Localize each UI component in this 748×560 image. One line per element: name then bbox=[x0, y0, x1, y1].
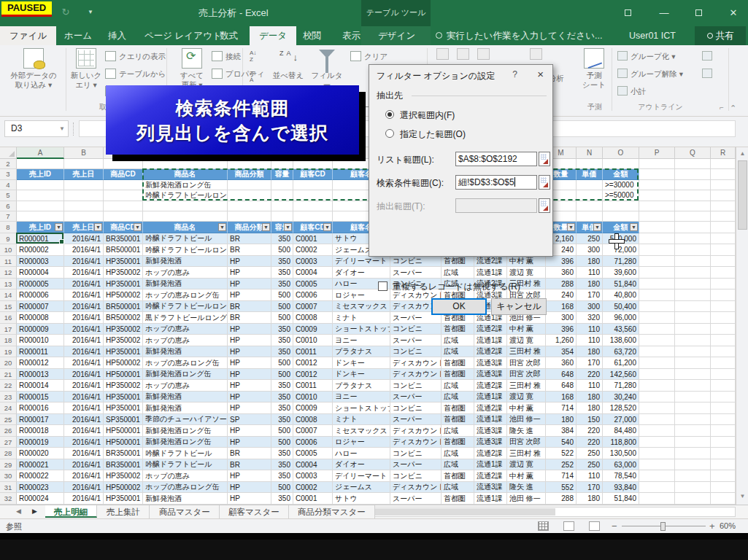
zoom-level[interactable]: 60% bbox=[720, 521, 736, 530]
sheet-tab-売上集計[interactable]: 売上集計 bbox=[98, 505, 150, 518]
cell-G12[interactable]: C0004 bbox=[293, 267, 333, 279]
row-header-14[interactable]: 14 bbox=[0, 289, 17, 301]
cell-M25[interactable]: 180 bbox=[546, 414, 577, 426]
cell-M27[interactable]: 540 bbox=[546, 437, 577, 448]
cell-B21[interactable]: 2016/4/1 bbox=[64, 369, 104, 381]
column-header-P[interactable]: P bbox=[639, 147, 675, 159]
cell-M31[interactable]: 552 bbox=[546, 482, 577, 494]
cell-N7[interactable] bbox=[577, 211, 603, 222]
filter-dropdown-icon[interactable]: ▼ bbox=[284, 223, 292, 231]
cell-F14[interactable]: 500 bbox=[271, 289, 293, 301]
cell-G14[interactable]: C0006 bbox=[293, 289, 333, 301]
filter-dropdown-icon[interactable]: ▼ bbox=[593, 223, 601, 231]
tab-数式[interactable]: 数式 bbox=[210, 26, 247, 45]
normal-view-icon[interactable] bbox=[538, 521, 549, 531]
cell-L27[interactable]: 田宮 次郎 bbox=[507, 437, 546, 448]
radio-copy-to-range-label[interactable]: 指定した範囲(O) bbox=[400, 128, 466, 141]
cell-R17[interactable] bbox=[711, 324, 736, 335]
filter-dropdown-icon[interactable]: ▼ bbox=[262, 223, 270, 231]
cell-H15[interactable]: ミセスマックス bbox=[333, 301, 390, 313]
cell-N26[interactable]: 220 bbox=[577, 425, 603, 437]
column-header-A[interactable]: A bbox=[17, 147, 64, 159]
cell-N24[interactable]: 180 bbox=[577, 402, 603, 414]
cell-O27[interactable]: 118,800 bbox=[603, 437, 639, 448]
cell-N27[interactable]: 220 bbox=[577, 437, 603, 448]
cell-R14[interactable] bbox=[711, 289, 736, 301]
cell-G21[interactable]: C0012 bbox=[293, 369, 333, 381]
tab-校閲[interactable]: 校閲 bbox=[293, 26, 331, 45]
cell-B20[interactable]: 2016/4/1 bbox=[64, 357, 104, 369]
cell-L11[interactable]: 中村 薫 bbox=[507, 256, 546, 268]
cell-D7[interactable] bbox=[143, 211, 228, 222]
cell-A13[interactable]: R000005 bbox=[17, 279, 64, 290]
filter-button[interactable]: フィルター bbox=[309, 47, 344, 90]
show-detail-button[interactable] bbox=[702, 48, 715, 64]
cell-E28[interactable]: BR bbox=[228, 448, 271, 459]
cell-I32[interactable]: スーパー bbox=[390, 493, 442, 505]
cell-Q16[interactable] bbox=[675, 312, 711, 324]
unique-records-label[interactable]: 重複するレコードは無視する(R) bbox=[393, 281, 520, 293]
cell-B14[interactable]: 2016/4/1 bbox=[64, 289, 104, 301]
cell-J29[interactable]: 広域 bbox=[442, 459, 474, 471]
cell-H20[interactable]: ドンキー bbox=[333, 357, 390, 369]
filter-dropdown-icon[interactable]: ▼ bbox=[55, 223, 63, 231]
cell-F28[interactable]: 350 bbox=[271, 448, 293, 459]
cell-K20[interactable]: 流通3課 bbox=[474, 357, 507, 369]
cell-B12[interactable]: 2016/4/1 bbox=[64, 267, 104, 279]
cell-I21[interactable]: ディスカウント bbox=[390, 369, 442, 381]
column-header-N[interactable]: N bbox=[577, 147, 603, 159]
cell-C31[interactable]: HP500002 bbox=[104, 482, 143, 494]
cell-A11[interactable]: R000003 bbox=[17, 256, 64, 268]
cell-G7[interactable] bbox=[293, 211, 333, 222]
cell-P23[interactable] bbox=[639, 392, 675, 403]
cell-R8[interactable] bbox=[711, 222, 736, 233]
cell-B28[interactable]: 2016/4/1 bbox=[64, 448, 104, 459]
cell-M16[interactable]: 300 bbox=[546, 312, 577, 324]
cell-O17[interactable]: 43,560 bbox=[603, 324, 639, 335]
cell-B8[interactable]: 売上日▼ bbox=[64, 222, 104, 233]
cell-A4[interactable] bbox=[17, 180, 64, 190]
cell-G15[interactable]: C0007 bbox=[293, 301, 333, 313]
cell-A2[interactable] bbox=[17, 159, 64, 169]
cell-B11[interactable]: 2016/4/1 bbox=[64, 256, 104, 268]
cell-C10[interactable]: BR500001 bbox=[104, 244, 143, 256]
dialog-help-icon[interactable]: ? bbox=[512, 69, 517, 79]
cell-L18[interactable]: 渡辺 寛 bbox=[507, 335, 546, 346]
cell-O31[interactable]: 93,840 bbox=[603, 482, 639, 494]
name-box-dropdown-icon[interactable]: ▼ bbox=[59, 121, 65, 136]
cell-Q30[interactable] bbox=[675, 470, 711, 482]
cell-C24[interactable]: HP350001 bbox=[104, 402, 143, 414]
cell-R32[interactable] bbox=[711, 493, 736, 505]
cell-K21[interactable]: 流通3課 bbox=[474, 369, 507, 381]
sort-button[interactable]: 並べ替え bbox=[270, 47, 306, 80]
cell-O26[interactable]: 84,480 bbox=[603, 425, 639, 437]
row-header-31[interactable]: 31 bbox=[0, 482, 17, 494]
cell-K24[interactable]: 流通2課 bbox=[474, 402, 507, 414]
cell-J30[interactable]: 首都圏 bbox=[442, 470, 474, 482]
cell-B13[interactable]: 2016/4/1 bbox=[64, 279, 104, 290]
cell-M17[interactable]: 396 bbox=[546, 324, 577, 335]
cell-G8[interactable]: 顧客CD▼ bbox=[293, 222, 333, 233]
cell-G19[interactable]: C0011 bbox=[293, 346, 333, 358]
cell-B17[interactable]: 2016/4/1 bbox=[64, 324, 104, 335]
sort-ascending-icon[interactable]: A↓Z bbox=[250, 50, 266, 63]
cell-O13[interactable]: 51,840 bbox=[603, 279, 639, 290]
ribbon-display-options-icon[interactable] bbox=[617, 6, 639, 20]
list-range-input[interactable]: $A$8:$O$2192 bbox=[455, 152, 537, 166]
cell-H23[interactable]: ヨニー bbox=[333, 392, 390, 403]
cell-P29[interactable] bbox=[639, 459, 675, 471]
cell-J24[interactable]: 首都圏 bbox=[442, 402, 474, 414]
cell-R10[interactable] bbox=[711, 244, 736, 256]
cell-O22[interactable]: 71,280 bbox=[603, 380, 639, 392]
cell-K23[interactable]: 流通1課 bbox=[474, 392, 507, 403]
row-header-32[interactable]: 32 bbox=[0, 493, 17, 505]
cell-R7[interactable] bbox=[711, 211, 736, 222]
row-header-15[interactable]: 15 bbox=[0, 301, 17, 313]
get-external-data-button[interactable]: 外部データの取り込み ▾ bbox=[4, 47, 63, 90]
cell-C32[interactable]: HP350001 bbox=[104, 493, 143, 505]
row-header-17[interactable]: 17 bbox=[0, 324, 17, 335]
cell-C11[interactable]: HP350001 bbox=[104, 256, 143, 268]
cell-F32[interactable]: 350 bbox=[271, 493, 293, 505]
cell-G26[interactable]: C0007 bbox=[293, 425, 333, 437]
cell-P19[interactable] bbox=[639, 346, 675, 358]
